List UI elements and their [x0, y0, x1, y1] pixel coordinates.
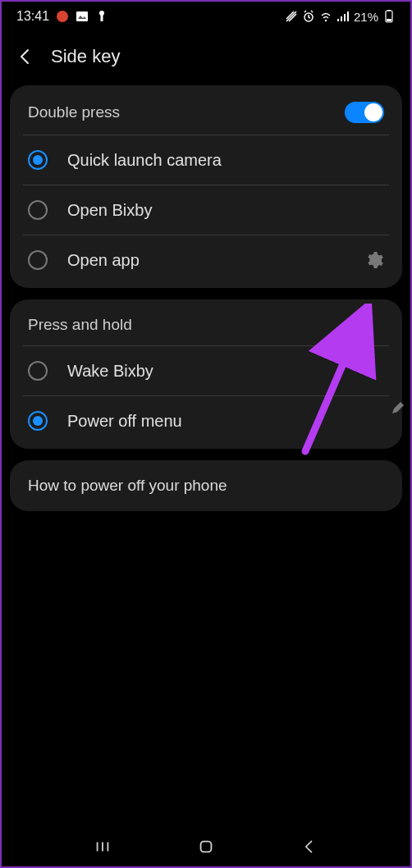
radio-row-quick-launch-camera[interactable]: Quick launch camera — [23, 135, 389, 185]
radio-icon — [28, 250, 48, 270]
radio-icon — [28, 411, 48, 431]
radio-icon — [28, 361, 48, 381]
double-press-header: Double press — [23, 100, 389, 135]
back-icon[interactable] — [15, 46, 36, 67]
nav-recents[interactable] — [93, 837, 112, 857]
gear-icon[interactable] — [364, 250, 384, 270]
alarm-icon — [302, 10, 315, 23]
radio-label: Open Bixby — [67, 201, 384, 220]
svg-rect-9 — [347, 11, 349, 21]
radio-row-open-app[interactable]: Open app — [23, 235, 389, 273]
svg-rect-6 — [337, 19, 339, 21]
radio-row-open-bixby[interactable]: Open Bixby — [23, 185, 389, 235]
radio-label: Power off menu — [67, 412, 384, 431]
svg-rect-8 — [344, 14, 346, 21]
page-title: Side key — [51, 46, 120, 67]
nav-bar — [2, 827, 410, 866]
wifi-icon — [319, 10, 332, 23]
status-time: 13:41 — [16, 9, 49, 24]
battery-icon — [382, 10, 396, 23]
status-bar: 13:41 21% — [2, 2, 410, 31]
signal-icon — [336, 10, 350, 23]
status-left: 13:41 — [16, 9, 108, 24]
svg-rect-11 — [387, 10, 391, 11]
nav-back[interactable] — [300, 837, 319, 857]
info-text: How to power off your phone — [28, 477, 384, 495]
radio-label: Open app — [67, 251, 345, 270]
svg-point-0 — [57, 11, 68, 22]
double-press-title: Double press — [28, 103, 120, 121]
svg-rect-1 — [76, 11, 88, 21]
svg-rect-17 — [201, 842, 212, 852]
status-right: 21% — [285, 10, 396, 24]
radio-row-power-off-menu[interactable]: Power off menu — [23, 396, 389, 434]
double-press-card: Double press Quick launch camera Open Bi… — [10, 85, 402, 288]
app-icon-1 — [56, 10, 69, 23]
double-press-toggle[interactable] — [345, 102, 384, 123]
pen-icon — [391, 402, 405, 417]
key-icon — [95, 10, 108, 23]
radio-label: Wake Bixby — [67, 362, 384, 381]
radio-label: Quick launch camera — [67, 151, 384, 170]
svg-rect-3 — [101, 15, 103, 21]
radio-row-wake-bixby[interactable]: Wake Bixby — [23, 346, 389, 396]
battery-percent: 21% — [354, 10, 378, 24]
info-card[interactable]: How to power off your phone — [10, 460, 402, 511]
nfc-icon — [285, 10, 298, 23]
svg-point-5 — [325, 20, 327, 21]
svg-rect-7 — [341, 16, 342, 21]
radio-icon — [28, 150, 48, 170]
press-hold-title: Press and hold — [23, 314, 389, 346]
svg-rect-12 — [387, 19, 391, 21]
press-hold-card: Press and hold Wake Bixby Power off menu — [10, 299, 402, 449]
nav-home[interactable] — [196, 837, 216, 857]
radio-icon — [28, 200, 48, 220]
header: Side key — [2, 31, 410, 85]
picture-icon — [76, 10, 89, 23]
